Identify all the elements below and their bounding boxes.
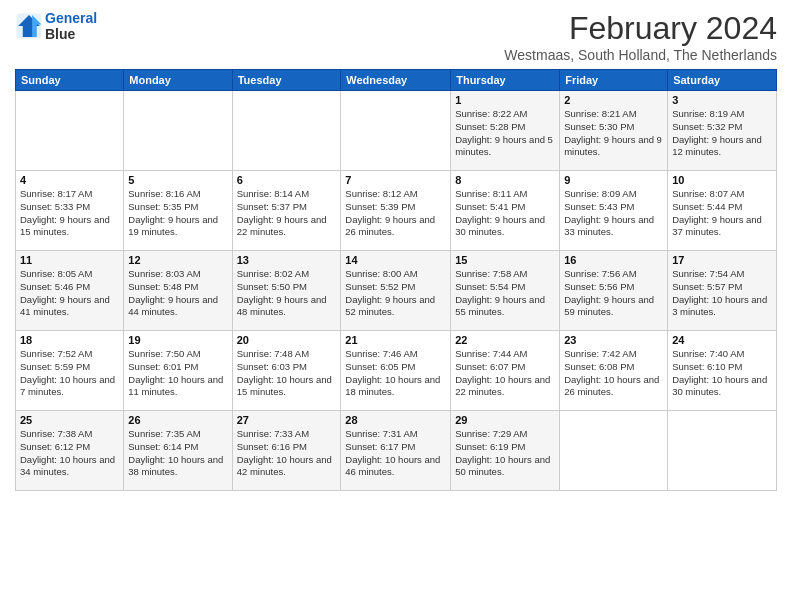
day-number: 13 [237,254,337,266]
day-info: Sunrise: 8:02 AM Sunset: 5:50 PM Dayligh… [237,268,337,319]
day-cell: 1Sunrise: 8:22 AM Sunset: 5:28 PM Daylig… [451,91,560,171]
week-row-5: 25Sunrise: 7:38 AM Sunset: 6:12 PM Dayli… [16,411,777,491]
day-cell: 21Sunrise: 7:46 AM Sunset: 6:05 PM Dayli… [341,331,451,411]
header-wednesday: Wednesday [341,70,451,91]
day-info: Sunrise: 7:44 AM Sunset: 6:07 PM Dayligh… [455,348,555,399]
day-info: Sunrise: 8:11 AM Sunset: 5:41 PM Dayligh… [455,188,555,239]
day-info: Sunrise: 7:33 AM Sunset: 6:16 PM Dayligh… [237,428,337,479]
day-number: 15 [455,254,555,266]
day-info: Sunrise: 7:40 AM Sunset: 6:10 PM Dayligh… [672,348,772,399]
day-cell: 12Sunrise: 8:03 AM Sunset: 5:48 PM Dayli… [124,251,232,331]
day-cell: 27Sunrise: 7:33 AM Sunset: 6:16 PM Dayli… [232,411,341,491]
day-info: Sunrise: 8:22 AM Sunset: 5:28 PM Dayligh… [455,108,555,159]
day-info: Sunrise: 8:21 AM Sunset: 5:30 PM Dayligh… [564,108,663,159]
day-info: Sunrise: 8:05 AM Sunset: 5:46 PM Dayligh… [20,268,119,319]
day-cell: 10Sunrise: 8:07 AM Sunset: 5:44 PM Dayli… [668,171,777,251]
day-info: Sunrise: 7:42 AM Sunset: 6:08 PM Dayligh… [564,348,663,399]
day-cell: 18Sunrise: 7:52 AM Sunset: 5:59 PM Dayli… [16,331,124,411]
day-number: 28 [345,414,446,426]
day-info: Sunrise: 8:07 AM Sunset: 5:44 PM Dayligh… [672,188,772,239]
header-thursday: Thursday [451,70,560,91]
day-cell: 9Sunrise: 8:09 AM Sunset: 5:43 PM Daylig… [560,171,668,251]
day-info: Sunrise: 8:00 AM Sunset: 5:52 PM Dayligh… [345,268,446,319]
day-number: 10 [672,174,772,186]
day-number: 22 [455,334,555,346]
day-cell: 3Sunrise: 8:19 AM Sunset: 5:32 PM Daylig… [668,91,777,171]
calendar-table: Sunday Monday Tuesday Wednesday Thursday… [15,69,777,491]
day-cell: 25Sunrise: 7:38 AM Sunset: 6:12 PM Dayli… [16,411,124,491]
day-info: Sunrise: 8:03 AM Sunset: 5:48 PM Dayligh… [128,268,227,319]
day-cell: 13Sunrise: 8:02 AM Sunset: 5:50 PM Dayli… [232,251,341,331]
logo: General Blue [15,10,97,42]
day-cell: 17Sunrise: 7:54 AM Sunset: 5:57 PM Dayli… [668,251,777,331]
day-info: Sunrise: 7:48 AM Sunset: 6:03 PM Dayligh… [237,348,337,399]
page-header: General Blue February 2024 Westmaas, Sou… [15,10,777,63]
day-cell: 16Sunrise: 7:56 AM Sunset: 5:56 PM Dayli… [560,251,668,331]
day-info: Sunrise: 7:54 AM Sunset: 5:57 PM Dayligh… [672,268,772,319]
day-number: 5 [128,174,227,186]
header-friday: Friday [560,70,668,91]
day-info: Sunrise: 7:31 AM Sunset: 6:17 PM Dayligh… [345,428,446,479]
header-tuesday: Tuesday [232,70,341,91]
day-cell [16,91,124,171]
day-number: 7 [345,174,446,186]
day-number: 20 [237,334,337,346]
day-info: Sunrise: 7:29 AM Sunset: 6:19 PM Dayligh… [455,428,555,479]
day-cell: 11Sunrise: 8:05 AM Sunset: 5:46 PM Dayli… [16,251,124,331]
calendar-body: 1Sunrise: 8:22 AM Sunset: 5:28 PM Daylig… [16,91,777,491]
day-cell: 26Sunrise: 7:35 AM Sunset: 6:14 PM Dayli… [124,411,232,491]
header-row: Sunday Monday Tuesday Wednesday Thursday… [16,70,777,91]
day-number: 25 [20,414,119,426]
day-cell: 14Sunrise: 8:00 AM Sunset: 5:52 PM Dayli… [341,251,451,331]
day-cell: 29Sunrise: 7:29 AM Sunset: 6:19 PM Dayli… [451,411,560,491]
day-info: Sunrise: 8:17 AM Sunset: 5:33 PM Dayligh… [20,188,119,239]
day-cell: 8Sunrise: 8:11 AM Sunset: 5:41 PM Daylig… [451,171,560,251]
logo-icon [15,12,43,40]
day-number: 4 [20,174,119,186]
day-cell: 23Sunrise: 7:42 AM Sunset: 6:08 PM Dayli… [560,331,668,411]
day-number: 24 [672,334,772,346]
header-saturday: Saturday [668,70,777,91]
day-cell [341,91,451,171]
day-info: Sunrise: 7:38 AM Sunset: 6:12 PM Dayligh… [20,428,119,479]
day-cell: 28Sunrise: 7:31 AM Sunset: 6:17 PM Dayli… [341,411,451,491]
day-number: 8 [455,174,555,186]
header-sunday: Sunday [16,70,124,91]
day-cell: 22Sunrise: 7:44 AM Sunset: 6:07 PM Dayli… [451,331,560,411]
day-cell [232,91,341,171]
day-number: 9 [564,174,663,186]
day-number: 3 [672,94,772,106]
day-cell: 20Sunrise: 7:48 AM Sunset: 6:03 PM Dayli… [232,331,341,411]
day-cell: 5Sunrise: 8:16 AM Sunset: 5:35 PM Daylig… [124,171,232,251]
day-info: Sunrise: 7:50 AM Sunset: 6:01 PM Dayligh… [128,348,227,399]
day-info: Sunrise: 8:14 AM Sunset: 5:37 PM Dayligh… [237,188,337,239]
day-info: Sunrise: 7:58 AM Sunset: 5:54 PM Dayligh… [455,268,555,319]
day-number: 17 [672,254,772,266]
header-monday: Monday [124,70,232,91]
calendar-subtitle: Westmaas, South Holland, The Netherlands [504,47,777,63]
day-cell [560,411,668,491]
day-number: 27 [237,414,337,426]
day-number: 1 [455,94,555,106]
day-number: 16 [564,254,663,266]
day-number: 11 [20,254,119,266]
calendar-title: February 2024 [504,10,777,47]
day-info: Sunrise: 8:19 AM Sunset: 5:32 PM Dayligh… [672,108,772,159]
day-number: 18 [20,334,119,346]
day-cell: 4Sunrise: 8:17 AM Sunset: 5:33 PM Daylig… [16,171,124,251]
day-number: 21 [345,334,446,346]
day-number: 29 [455,414,555,426]
day-info: Sunrise: 8:09 AM Sunset: 5:43 PM Dayligh… [564,188,663,239]
day-cell: 19Sunrise: 7:50 AM Sunset: 6:01 PM Dayli… [124,331,232,411]
day-info: Sunrise: 7:46 AM Sunset: 6:05 PM Dayligh… [345,348,446,399]
day-info: Sunrise: 8:16 AM Sunset: 5:35 PM Dayligh… [128,188,227,239]
calendar-header: Sunday Monday Tuesday Wednesday Thursday… [16,70,777,91]
day-number: 2 [564,94,663,106]
week-row-1: 1Sunrise: 8:22 AM Sunset: 5:28 PM Daylig… [16,91,777,171]
day-number: 26 [128,414,227,426]
day-cell: 15Sunrise: 7:58 AM Sunset: 5:54 PM Dayli… [451,251,560,331]
day-number: 6 [237,174,337,186]
calendar-page: General Blue February 2024 Westmaas, Sou… [0,0,792,612]
week-row-3: 11Sunrise: 8:05 AM Sunset: 5:46 PM Dayli… [16,251,777,331]
day-info: Sunrise: 7:35 AM Sunset: 6:14 PM Dayligh… [128,428,227,479]
